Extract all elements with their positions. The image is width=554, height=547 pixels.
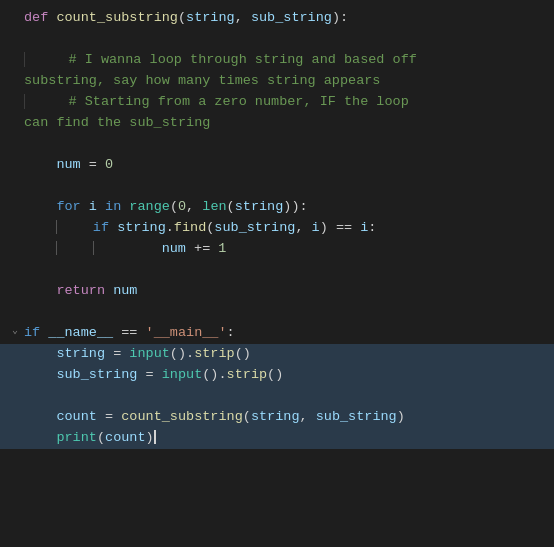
code-line-3: # I wanna loop through string and based … [0,50,554,71]
code-line-1: def count_substring(string, sub_string): [0,8,554,29]
code-line-12: num += 1 [0,239,554,260]
code-line-7 [0,134,554,155]
code-line-21: print(count) [0,428,554,449]
code-line-10: for i in range(0, len(string)): [0,197,554,218]
code-line-13 [0,260,554,281]
code-line-2 [0,29,554,50]
code-line-9 [0,176,554,197]
collapse-indicator[interactable]: ⌄ [8,323,22,339]
code-line-18: sub_string = input().strip() [0,365,554,386]
code-line-14: return num [0,281,554,302]
code-line-16: ⌄ if __name__ == '__main__': [0,323,554,344]
code-line-11: if string.find(sub_string, i) == i: [0,218,554,239]
code-line-8: num = 0 [0,155,554,176]
code-line-6: can find the sub_string [0,113,554,134]
code-line-15 [0,302,554,323]
code-line-19 [0,386,554,407]
code-editor[interactable]: def count_substring(string, sub_string):… [0,0,554,547]
code-line-4: substring, say how many times string app… [0,71,554,92]
code-line-17: string = input().strip() [0,344,554,365]
code-line-5: # Starting from a zero number, IF the lo… [0,92,554,113]
code-line-20: count = count_substring(string, sub_stri… [0,407,554,428]
